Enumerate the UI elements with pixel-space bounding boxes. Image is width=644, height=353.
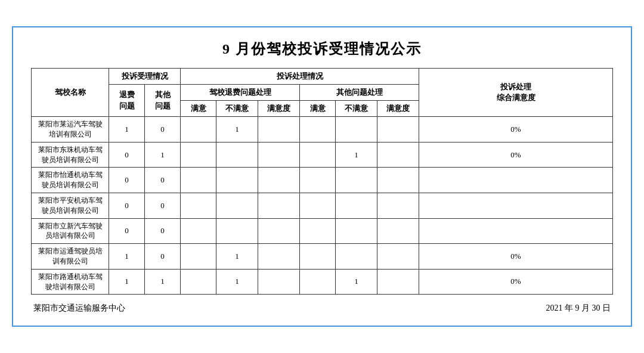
cell-overall: 0% <box>419 117 613 143</box>
cell-name: 莱阳市莱运汽车驾驶培训有限公司 <box>32 117 109 143</box>
cell-refund_degree <box>258 244 300 270</box>
header-refund-satisfied: 满意 <box>181 101 216 117</box>
cell-refund_issue: 0 <box>109 168 145 193</box>
header-refund-issue: 退费问题 <box>109 84 145 116</box>
footer-right: 2021 年 9 月 30 日 <box>546 303 611 314</box>
cell-other_unsatisfied: 1 <box>336 142 377 168</box>
header-school-name: 驾校名称 <box>32 68 109 117</box>
footer: 莱阳市交通运输服务中心 2021 年 9 月 30 日 <box>31 303 613 314</box>
cell-refund_unsatisfied <box>216 218 258 244</box>
table-row: 莱阳市莱运汽车驾驶培训有限公司1010% <box>32 117 613 143</box>
cell-refund_degree <box>258 218 300 244</box>
cell-other_satisfied <box>300 269 336 295</box>
cell-refund_satisfied <box>181 269 216 295</box>
page-container: 9 月份驾校投诉受理情况公示 驾校名称 投诉受理情况 投诉处理情况 投诉处理 综… <box>12 26 632 327</box>
cell-other_degree <box>377 193 419 218</box>
table-row: 莱阳市东珠机动车驾驶员培训有限公司0110% <box>32 142 613 168</box>
cell-other_degree <box>377 168 419 193</box>
table-row: 莱阳市路通机动车驾驶培训有限公司11110% <box>32 269 613 295</box>
page-title: 9 月份驾校投诉受理情况公示 <box>31 39 613 58</box>
table-row: 莱阳市运通驾驶员培训有限公司1010% <box>32 244 613 270</box>
header-refund-unsatisfied: 不满意 <box>216 101 258 117</box>
cell-other_satisfied <box>300 218 336 244</box>
cell-other_issue: 0 <box>145 244 181 270</box>
header-refund-degree: 满意度 <box>258 101 300 117</box>
cell-refund_unsatisfied: 1 <box>216 117 258 143</box>
cell-refund_satisfied <box>181 193 216 218</box>
cell-name: 莱阳市路通机动车驾驶培训有限公司 <box>32 269 109 295</box>
header-complaint-received: 投诉受理情况 <box>109 68 181 84</box>
cell-other_satisfied <box>300 142 336 168</box>
header-other-handling: 其他问题处理 <box>300 84 419 100</box>
cell-other_issue: 1 <box>145 142 181 168</box>
header-other-unsatisfied: 不满意 <box>336 101 377 117</box>
cell-name: 莱阳市怡通机动车驾驶员培训有限公司 <box>32 168 109 193</box>
cell-refund_satisfied <box>181 142 216 168</box>
cell-other_unsatisfied <box>336 117 377 143</box>
cell-refund_degree <box>258 193 300 218</box>
table-row: 莱阳市怡通机动车驾驶员培训有限公司00 <box>32 168 613 193</box>
cell-overall: 0% <box>419 142 613 168</box>
cell-other_unsatisfied: 1 <box>336 269 377 295</box>
cell-refund_satisfied <box>181 168 216 193</box>
cell-other_satisfied <box>300 193 336 218</box>
cell-refund_unsatisfied <box>216 168 258 193</box>
cell-other_issue: 0 <box>145 168 181 193</box>
header-row-1: 驾校名称 投诉受理情况 投诉处理情况 投诉处理 综合满意度 <box>32 68 613 84</box>
cell-refund_degree <box>258 168 300 193</box>
cell-refund_satisfied <box>181 117 216 143</box>
cell-other_degree <box>377 244 419 270</box>
header-other-satisfied: 满意 <box>300 101 336 117</box>
cell-other_issue: 1 <box>145 269 181 295</box>
footer-left: 莱阳市交通运输服务中心 <box>33 303 125 314</box>
cell-refund_unsatisfied: 1 <box>216 244 258 270</box>
cell-refund_degree <box>258 117 300 143</box>
cell-name: 莱阳市东珠机动车驾驶员培训有限公司 <box>32 142 109 168</box>
header-other-issue: 其他问题 <box>145 84 181 116</box>
cell-other_unsatisfied <box>336 244 377 270</box>
cell-overall: 0% <box>419 244 613 270</box>
cell-refund_degree <box>258 269 300 295</box>
cell-refund_issue: 0 <box>109 142 145 168</box>
cell-refund_satisfied <box>181 244 216 270</box>
cell-refund_satisfied <box>181 218 216 244</box>
table-row: 莱阳市立新汽车驾驶员培训有限公司00 <box>32 218 613 244</box>
cell-other_satisfied <box>300 117 336 143</box>
header-other-degree: 满意度 <box>377 101 419 117</box>
cell-refund_issue: 1 <box>109 244 145 270</box>
main-table: 驾校名称 投诉受理情况 投诉处理情况 投诉处理 综合满意度 退费问题 其他问题 … <box>31 68 613 295</box>
cell-other_degree <box>377 269 419 295</box>
cell-other_degree <box>377 117 419 143</box>
cell-other_issue: 0 <box>145 193 181 218</box>
cell-refund_issue: 1 <box>109 269 145 295</box>
header-overall-satisfaction: 投诉处理 综合满意度 <box>419 68 613 117</box>
table-row: 莱阳市平安机动车驾驶员培训有限公司00 <box>32 193 613 218</box>
cell-overall <box>419 218 613 244</box>
cell-other_issue: 0 <box>145 218 181 244</box>
cell-refund_issue: 0 <box>109 218 145 244</box>
cell-refund_issue: 1 <box>109 117 145 143</box>
header-refund-handling: 驾校退费问题处理 <box>181 84 300 100</box>
cell-refund_unsatisfied: 1 <box>216 269 258 295</box>
cell-other_issue: 0 <box>145 117 181 143</box>
cell-other_satisfied <box>300 244 336 270</box>
cell-refund_degree <box>258 142 300 168</box>
cell-overall: 0% <box>419 269 613 295</box>
cell-other_degree <box>377 142 419 168</box>
cell-overall <box>419 168 613 193</box>
cell-other_satisfied <box>300 168 336 193</box>
cell-other_degree <box>377 218 419 244</box>
cell-other_unsatisfied <box>336 218 377 244</box>
cell-name: 莱阳市平安机动车驾驶员培训有限公司 <box>32 193 109 218</box>
cell-name: 莱阳市运通驾驶员培训有限公司 <box>32 244 109 270</box>
cell-other_unsatisfied <box>336 168 377 193</box>
cell-overall <box>419 193 613 218</box>
cell-refund_unsatisfied <box>216 193 258 218</box>
header-complaint-handled: 投诉处理情况 <box>181 68 419 84</box>
cell-refund_unsatisfied <box>216 142 258 168</box>
cell-name: 莱阳市立新汽车驾驶员培训有限公司 <box>32 218 109 244</box>
cell-other_unsatisfied <box>336 193 377 218</box>
cell-refund_issue: 0 <box>109 193 145 218</box>
